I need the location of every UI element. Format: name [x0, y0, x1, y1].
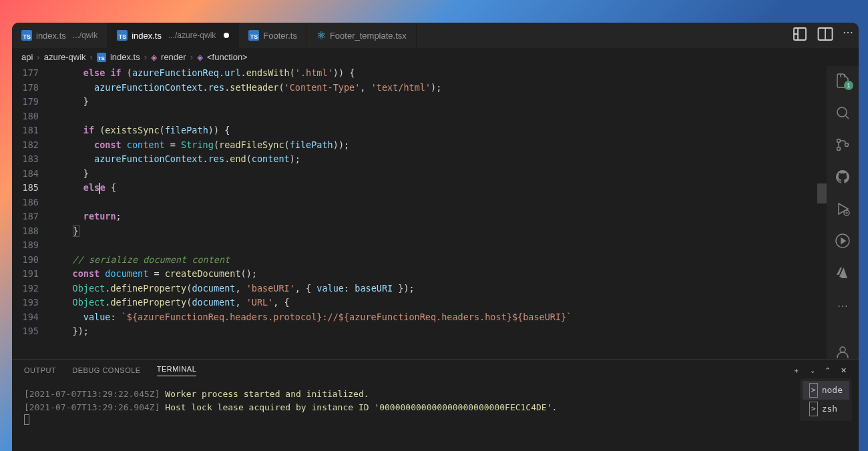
- terminal-timestamp: [2021-07-07T13:29:26.904Z]: [24, 402, 160, 412]
- vscode-window: index.ts — qwik-todo-demo Press Esc to e…: [12, 23, 859, 451]
- breadcrumb-item[interactable]: index.ts: [110, 52, 140, 62]
- tab-footer-template[interactable]: ⚛ Footer_template.tsx: [307, 23, 417, 48]
- run-debug-icon[interactable]: [833, 201, 852, 217]
- terminal-timestamp: [2021-07-07T13:29:22.045Z]: [24, 389, 160, 399]
- panel-tab-output[interactable]: OUTPUT: [24, 366, 56, 374]
- terminal-cursor-icon: [24, 414, 29, 425]
- breadcrumb[interactable]: api › azure-qwik › TS index.ts › ◈ rende…: [12, 48, 859, 66]
- panel-tab-terminal[interactable]: TERMINAL: [157, 365, 197, 376]
- terminal-list: >node >zsh: [800, 378, 852, 421]
- tab-index-qwik[interactable]: TS index.ts .../qwik: [12, 23, 107, 48]
- terminal-item-node[interactable]: >node: [803, 381, 849, 400]
- more-actions-icon[interactable]: ⋯: [843, 26, 853, 45]
- tab-footer-ts[interactable]: TS Footer.ts: [239, 23, 307, 48]
- source-control-icon[interactable]: [833, 137, 852, 153]
- chevron-right-icon: ›: [90, 52, 93, 62]
- tab-label: Footer.ts: [263, 31, 297, 41]
- terminal-shell-icon: >: [809, 402, 818, 416]
- explorer-icon[interactable]: 1: [833, 73, 852, 89]
- terminal-item-label: zsh: [822, 402, 837, 416]
- breadcrumb-item[interactable]: render: [161, 52, 186, 62]
- chevron-right-icon: ›: [144, 52, 147, 62]
- tab-index-azure-qwik[interactable]: TS index.ts .../azure-qwik: [107, 23, 239, 48]
- terminal[interactable]: >node >zsh [2021-07-07T13:29:22.045Z] Wo…: [12, 381, 859, 451]
- terminal-dropdown-icon[interactable]: ⌄: [810, 367, 816, 374]
- terminal-message: Host lock lease acquired by instance ID …: [165, 402, 557, 412]
- panel-tab-debug-console[interactable]: DEBUG CONSOLE: [72, 366, 140, 374]
- close-panel-icon[interactable]: ✕: [841, 366, 847, 375]
- svg-point-3: [837, 139, 841, 143]
- tab-label: index.ts: [36, 31, 66, 41]
- maximize-panel-icon[interactable]: ⌃: [825, 366, 831, 375]
- new-terminal-icon[interactable]: ＋: [793, 366, 801, 376]
- editor[interactable]: 1771781791801811821831841851861871881891…: [12, 66, 827, 359]
- tab-label: index.ts: [132, 31, 162, 41]
- function-icon: ◈: [197, 53, 203, 62]
- breadcrumb-item[interactable]: azure-qwik: [44, 52, 86, 62]
- terminal-line: [2021-07-07T13:29:22.045Z] Worker proces…: [24, 388, 847, 401]
- svg-point-5: [845, 143, 849, 147]
- activity-bar: 1 ⋯: [827, 66, 859, 359]
- chevron-right-icon: ›: [37, 52, 39, 62]
- svg-point-2: [837, 107, 847, 117]
- accounts-icon[interactable]: [833, 344, 852, 359]
- split-editor-icon[interactable]: [817, 26, 833, 45]
- terminal-item-zsh[interactable]: >zsh: [803, 400, 849, 418]
- minimap[interactable]: [817, 66, 827, 359]
- ellipsis-icon[interactable]: ⋯: [833, 300, 852, 312]
- dirty-indicator-icon: [224, 33, 229, 38]
- play-icon[interactable]: [833, 233, 852, 249]
- typescript-icon: TS: [248, 30, 259, 41]
- compare-changes-icon[interactable]: [792, 26, 808, 45]
- tab-path: .../azure-qwik: [168, 31, 216, 40]
- github-icon[interactable]: [833, 169, 852, 185]
- code-area[interactable]: else if (azureFunctionReq.url.endsWith('…: [51, 66, 827, 359]
- azure-icon[interactable]: [833, 265, 852, 281]
- terminal-shell-icon: >: [809, 383, 818, 398]
- breadcrumb-item[interactable]: api: [21, 52, 33, 62]
- badge: 1: [844, 81, 853, 90]
- bottom-panel: OUTPUT DEBUG CONSOLE TERMINAL ＋ ⌄ ⌃ ✕ >n…: [12, 359, 859, 451]
- svg-point-4: [837, 147, 841, 151]
- react-icon: ⚛: [316, 29, 326, 42]
- line-number-gutter: 1771781791801811821831841851861871881891…: [12, 66, 51, 359]
- method-icon: ◈: [151, 53, 157, 62]
- tab-label: Footer_template.tsx: [330, 31, 407, 41]
- typescript-icon: TS: [21, 30, 32, 41]
- svg-point-8: [840, 347, 845, 352]
- typescript-icon: TS: [117, 30, 128, 41]
- tab-path: .../qwik: [73, 31, 97, 40]
- typescript-icon: TS: [97, 53, 106, 62]
- chevron-right-icon: ›: [190, 52, 193, 62]
- terminal-item-label: node: [822, 384, 843, 397]
- search-icon[interactable]: [833, 105, 852, 121]
- minimap-thumb[interactable]: [817, 183, 827, 203]
- panel-tabs: OUTPUT DEBUG CONSOLE TERMINAL ＋ ⌄ ⌃ ✕: [12, 360, 859, 381]
- terminal-line: [2021-07-07T13:29:26.904Z] Host lock lea…: [24, 401, 847, 414]
- editor-tabs: TS index.ts .../qwik TS index.ts .../azu…: [12, 23, 859, 48]
- breadcrumb-item[interactable]: <function>: [207, 52, 248, 62]
- terminal-message: Worker process started and initialized.: [165, 389, 369, 399]
